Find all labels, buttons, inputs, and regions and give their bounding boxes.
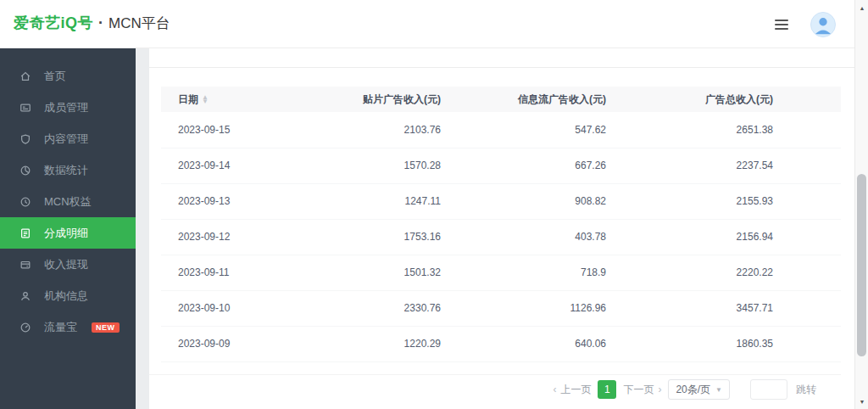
value-cell: 1501.32	[297, 255, 441, 290]
logo-brand-text: 爱奇艺iQ号	[14, 13, 93, 33]
ledger-icon	[19, 227, 31, 239]
sidebar-item-label: 成员管理	[44, 100, 88, 115]
value-cell: 640.06	[441, 326, 606, 361]
content-left-gutter	[136, 48, 149, 409]
sidebar-item-org-info[interactable]: 机构信息	[0, 280, 136, 311]
jump-page-input[interactable]	[750, 379, 787, 400]
sidebar-item-withdraw[interactable]: 收入提现	[0, 249, 136, 280]
sidebar-item-label: 内容管理	[44, 132, 88, 147]
next-page-label: 下一页	[623, 383, 654, 397]
column-header-label: 日期	[178, 93, 198, 105]
next-page-button[interactable]: 下一页 ›	[623, 383, 661, 397]
table-row: 2023-09-091220.29640.061860.35	[161, 326, 841, 361]
sidebar-item-members[interactable]: 成员管理	[0, 92, 136, 123]
sidebar-nav: 首页 成员管理 内容管理 数据统计 MCN权益 分成明细 收入提现 机构信息 流…	[0, 48, 136, 409]
shield-icon	[19, 132, 31, 145]
sidebar-item-revenue-detail[interactable]: 分成明细	[0, 217, 136, 249]
value-cell: 1220.29	[297, 326, 441, 361]
prev-page-button[interactable]: ‹ 上一页	[553, 383, 591, 397]
table-row: 2023-09-121753.16403.782156.94	[161, 219, 841, 255]
value-cell: 2651.38	[606, 112, 841, 148]
value-cell: 2237.54	[606, 148, 841, 183]
home-icon	[19, 70, 31, 82]
sub-toolbar	[149, 48, 854, 68]
sidebar-item-label: 数据统计	[44, 163, 88, 178]
value-cell: 1247.11	[297, 183, 441, 219]
new-badge: NEW	[92, 322, 120, 333]
chevron-down-icon: ▼	[715, 386, 722, 394]
table-row: 2023-09-102330.761126.963457.71	[161, 290, 841, 326]
table-row: 2023-09-152103.76547.622651.38	[161, 112, 841, 148]
value-cell: 718.9	[441, 255, 606, 290]
avatar-person-icon	[811, 12, 835, 37]
value-cell: 908.82	[441, 183, 606, 219]
date-cell: 2023-09-12	[161, 219, 297, 255]
sidebar-item-mcn-rights[interactable]: MCN权益	[0, 186, 136, 217]
value-cell: 1570.28	[297, 148, 441, 183]
gauge-icon	[19, 321, 31, 333]
sidebar-item-label: 分成明细	[44, 226, 88, 241]
value-cell: 1126.96	[441, 290, 606, 326]
value-cell: 2155.93	[606, 183, 841, 219]
table-row: 2023-09-141570.28667.262237.54	[161, 148, 841, 183]
value-cell: 1860.35	[606, 326, 841, 361]
revenue-table-wrap: 日期▲▼贴片广告收入(元)信息流广告收入(元)广告总收入(元) 2023-09-…	[161, 87, 846, 362]
date-cell: 2023-09-11	[161, 255, 297, 290]
logo-divider: ·	[98, 14, 103, 32]
page-size-select[interactable]: 20条/页 ▼	[668, 379, 730, 400]
date-cell: 2023-09-09	[161, 326, 297, 361]
sidebar-item-home[interactable]: 首页	[0, 60, 136, 92]
sidebar-item-traffic[interactable]: 流量宝 NEW	[0, 311, 136, 343]
column-header[interactable]: 日期▲▼	[161, 87, 297, 112]
value-cell: 2156.94	[606, 219, 841, 255]
scroll-up-icon[interactable]: ▲	[855, 2, 868, 14]
pagination: ‹ 上一页 1 下一页 › 20条/页 ▼ 跳转	[553, 375, 816, 404]
table-row: 2023-09-131247.11908.822155.93	[161, 183, 841, 219]
date-cell: 2023-09-10	[161, 290, 297, 326]
logo-product-text: MCN平台	[108, 14, 170, 33]
page-number-button[interactable]: 1	[598, 380, 616, 399]
sidebar-item-label: MCN权益	[44, 194, 92, 210]
scroll-down-icon[interactable]: ▼	[855, 395, 868, 407]
sidebar-item-content[interactable]: 内容管理	[0, 123, 136, 154]
page-size-value: 20条/页	[676, 383, 710, 397]
sidebar-item-label: 首页	[44, 69, 66, 84]
value-cell: 1753.16	[297, 219, 441, 255]
value-cell: 547.62	[441, 112, 606, 148]
sidebar-item-stats[interactable]: 数据统计	[0, 154, 136, 186]
value-cell: 2103.76	[297, 112, 441, 148]
menu-icon[interactable]	[775, 20, 788, 30]
column-header: 广告总收入(元)	[606, 87, 841, 112]
prev-page-label: 上一页	[560, 383, 591, 397]
scrollbar-thumb[interactable]	[857, 174, 866, 356]
id-card-icon	[19, 101, 31, 114]
value-cell: 403.78	[441, 219, 606, 255]
user-avatar[interactable]	[810, 12, 836, 37]
vertical-scrollbar[interactable]: ▲ ▼	[854, 0, 868, 409]
chevron-right-icon: ›	[658, 384, 661, 395]
clock-icon	[19, 195, 31, 208]
revenue-table: 日期▲▼贴片广告收入(元)信息流广告收入(元)广告总收入(元) 2023-09-…	[161, 87, 841, 362]
jump-page-label: 跳转	[796, 383, 816, 397]
value-cell: 2220.22	[606, 255, 841, 290]
column-header-label: 贴片广告收入(元)	[363, 93, 441, 105]
topbar-actions	[775, 0, 836, 48]
date-cell: 2023-09-14	[161, 148, 297, 183]
table-header-row: 日期▲▼贴片广告收入(元)信息流广告收入(元)广告总收入(元)	[161, 87, 841, 112]
date-cell: 2023-09-15	[161, 112, 297, 148]
app-logo: 爱奇艺iQ号 · MCN平台	[14, 13, 170, 33]
table-row: 2023-09-111501.32718.92220.22	[161, 255, 841, 290]
column-header-label: 信息流广告收入(元)	[518, 93, 606, 105]
date-cell: 2023-09-13	[161, 183, 297, 219]
column-header: 信息流广告收入(元)	[441, 87, 606, 112]
pie-chart-icon	[19, 164, 31, 176]
sidebar-item-label: 流量宝	[44, 320, 77, 335]
column-header: 贴片广告收入(元)	[297, 87, 441, 112]
sort-carets-icon[interactable]: ▲▼	[202, 95, 209, 104]
person-icon	[19, 289, 31, 302]
sidebar-item-label: 收入提现	[44, 257, 88, 272]
sidebar-item-label: 机构信息	[44, 289, 88, 304]
table-body: 2023-09-152103.76547.622651.382023-09-14…	[161, 112, 841, 361]
column-header-label: 广告总收入(元)	[705, 93, 773, 105]
chevron-left-icon: ‹	[553, 384, 556, 395]
